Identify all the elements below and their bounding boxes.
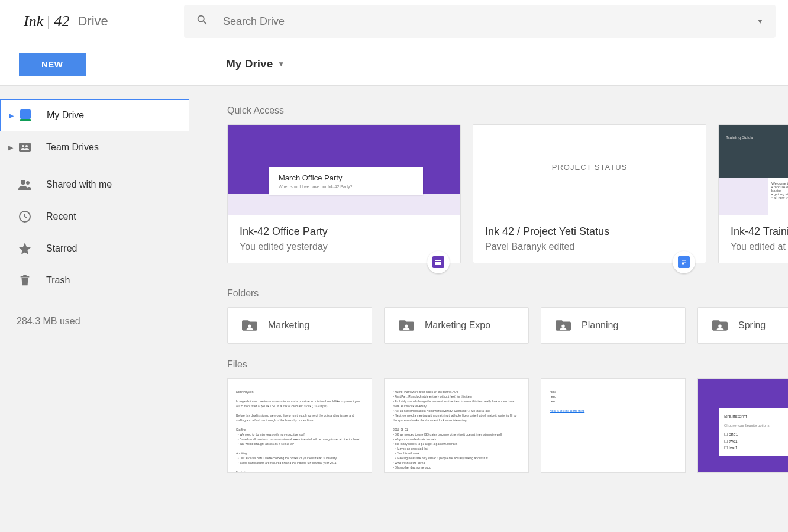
chevron-down-icon: ▼ bbox=[277, 60, 285, 68]
main-content: Quick Access March Office Party When sho… bbox=[189, 86, 788, 532]
quick-access-card[interactable]: Training Guide Welcome to the Ink-42 tra… bbox=[718, 124, 788, 263]
expand-icon[interactable]: ▶ bbox=[9, 112, 17, 120]
svg-point-3 bbox=[25, 145, 28, 147]
folder-card[interactable]: Marketing bbox=[227, 307, 372, 344]
sidebar: ▶ My Drive ▶ Team Drives Shared with me bbox=[0, 86, 189, 532]
svg-rect-8 bbox=[437, 260, 441, 261]
quick-access-card[interactable]: PROJECT STATUS Ink 42 / Project Yeti Sta… bbox=[473, 124, 706, 263]
card-title: Ink-42 Training bbox=[731, 225, 788, 238]
svg-rect-9 bbox=[435, 262, 437, 263]
svg-rect-7 bbox=[435, 260, 437, 261]
sidebar-item-label: Team Drives bbox=[46, 142, 99, 153]
folder-name: Spring bbox=[738, 320, 766, 331]
shared-folder-icon bbox=[242, 319, 257, 332]
svg-rect-10 bbox=[437, 262, 441, 263]
file-card[interactable]: needneedneedHere is the link to the thin… bbox=[541, 378, 686, 473]
file-card[interactable]: Brainstorm Choose your favorite options … bbox=[697, 378, 788, 473]
storage-used: 284.3 MB used bbox=[0, 302, 189, 341]
quick-access-row: March Office Party When should we have o… bbox=[227, 124, 788, 263]
expand-icon[interactable]: ▶ bbox=[8, 144, 17, 151]
drive-icon bbox=[17, 107, 34, 124]
content: ▶ My Drive ▶ Team Drives Shared with me bbox=[0, 86, 788, 532]
svg-rect-0 bbox=[20, 119, 31, 121]
sidebar-item-label: Recent bbox=[46, 211, 76, 222]
folder-name: Planning bbox=[582, 320, 618, 331]
svg-rect-11 bbox=[435, 263, 437, 265]
folder-card[interactable]: Marketing Expo bbox=[384, 307, 529, 344]
svg-rect-12 bbox=[437, 263, 441, 265]
folder-name: Marketing Expo bbox=[425, 320, 490, 331]
file-card[interactable]: • Home: Homework after notes on the team… bbox=[384, 378, 529, 473]
card-title: Ink 42 / Project Yeti Status bbox=[485, 225, 694, 238]
sidebar-item-team-drives[interactable]: ▶ Team Drives bbox=[0, 131, 189, 163]
breadcrumb[interactable]: My Drive ▼ bbox=[226, 57, 788, 70]
logo-text: Ink | 42 bbox=[24, 12, 69, 30]
breadcrumb-label: My Drive bbox=[226, 57, 273, 70]
product-name: Drive bbox=[77, 14, 108, 29]
svg-rect-1 bbox=[19, 143, 31, 152]
header: Ink | 42 Drive ▼ bbox=[0, 0, 788, 43]
sidebar-item-label: Starred bbox=[46, 243, 77, 254]
svg-point-5 bbox=[26, 181, 30, 185]
divider bbox=[0, 166, 189, 166]
file-preview: Training Guide Welcome to the Ink-42 tra… bbox=[719, 125, 788, 215]
svg-point-18 bbox=[561, 324, 564, 327]
svg-point-4 bbox=[21, 180, 25, 185]
folder-name: Marketing bbox=[268, 320, 309, 331]
sidebar-item-my-drive[interactable]: ▶ My Drive bbox=[0, 99, 189, 131]
shared-folder-icon bbox=[712, 319, 728, 332]
folder-card[interactable]: Planning bbox=[541, 307, 686, 344]
divider bbox=[0, 299, 189, 299]
file-preview: March Office Party When should we have o… bbox=[228, 125, 460, 215]
subheader: NEW My Drive ▼ bbox=[0, 43, 788, 85]
svg-point-19 bbox=[718, 324, 721, 327]
sidebar-item-starred[interactable]: Starred bbox=[0, 233, 189, 265]
search-bar[interactable]: ▼ bbox=[184, 5, 776, 38]
card-subtitle: You edited at s bbox=[731, 241, 788, 252]
search-icon bbox=[196, 14, 209, 29]
svg-point-17 bbox=[405, 324, 408, 327]
logo-area[interactable]: Ink | 42 Drive bbox=[9, 12, 184, 30]
star-icon bbox=[17, 240, 33, 257]
card-subtitle: You edited yesterday bbox=[240, 241, 448, 252]
folder-row: Marketing Marketing Expo Planning Spring bbox=[227, 307, 788, 344]
shared-folder-icon bbox=[399, 319, 414, 332]
file-preview: PROJECT STATUS bbox=[473, 125, 706, 215]
forms-icon bbox=[427, 251, 450, 273]
sidebar-item-label: My Drive bbox=[47, 110, 84, 121]
svg-rect-15 bbox=[682, 263, 684, 265]
svg-point-16 bbox=[248, 324, 251, 327]
new-button[interactable]: NEW bbox=[19, 53, 86, 76]
search-input[interactable] bbox=[223, 15, 757, 28]
svg-rect-14 bbox=[682, 262, 686, 263]
card-subtitle: Pavel Baranyk edited bbox=[485, 241, 694, 252]
sidebar-item-trash[interactable]: Trash bbox=[0, 265, 189, 296]
section-title-folders: Folders bbox=[227, 288, 788, 299]
file-card[interactable]: Dear Hayden,In regards to our previous c… bbox=[227, 378, 372, 473]
section-title-files: Files bbox=[227, 359, 788, 370]
docs-icon bbox=[673, 251, 695, 273]
trash-icon bbox=[17, 272, 33, 289]
people-icon bbox=[17, 176, 33, 193]
quick-access-card[interactable]: March Office Party When should we have o… bbox=[227, 124, 461, 263]
sidebar-item-shared-with-me[interactable]: Shared with me bbox=[0, 169, 189, 201]
sidebar-item-recent[interactable]: Recent bbox=[0, 201, 189, 233]
sidebar-item-label: Shared with me bbox=[46, 179, 112, 190]
svg-point-2 bbox=[22, 145, 24, 147]
sidebar-item-label: Trash bbox=[46, 275, 70, 286]
section-title-quick-access: Quick Access bbox=[227, 105, 788, 116]
preview-label: Brainstorm bbox=[724, 414, 747, 419]
card-title: Ink-42 Office Party bbox=[240, 225, 448, 238]
clock-icon bbox=[17, 208, 33, 225]
svg-rect-13 bbox=[682, 260, 686, 261]
shared-folder-icon bbox=[556, 319, 571, 332]
folder-card[interactable]: Spring bbox=[697, 307, 788, 344]
files-row: Dear Hayden,In regards to our previous c… bbox=[227, 378, 788, 473]
team-drives-icon bbox=[17, 139, 33, 156]
search-options-icon[interactable]: ▼ bbox=[757, 17, 764, 25]
